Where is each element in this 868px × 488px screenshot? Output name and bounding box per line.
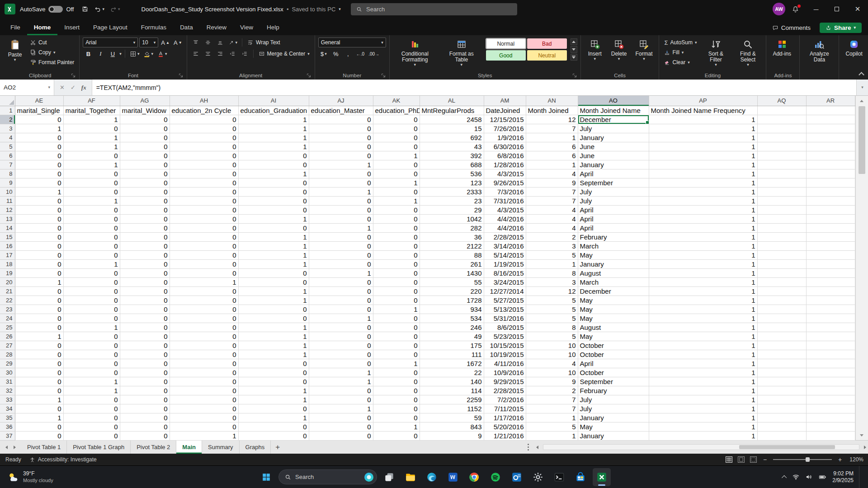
cell-AG16[interactable]: 0 [120, 241, 170, 250]
cell-AP8[interactable]: 1 [649, 169, 757, 178]
cell-AR28[interactable] [806, 350, 855, 359]
cell-AF21[interactable]: 0 [63, 286, 120, 296]
cell-AG18[interactable]: 0 [120, 259, 170, 268]
cell-AN7[interactable]: 1 [526, 160, 578, 169]
row-header-12[interactable]: 12 [0, 205, 15, 214]
cell-AO17[interactable]: May [578, 250, 649, 259]
font-size-combo[interactable]: 10▾ [139, 38, 158, 47]
cell-AN28[interactable]: 10 [526, 350, 578, 359]
cell-AL37[interactable]: 9 [420, 431, 484, 440]
cell-AR20[interactable] [806, 277, 855, 286]
cell-AM17[interactable]: 5/14/2015 [484, 250, 526, 259]
cell-AM8[interactable]: 4/3/2015 [484, 169, 526, 178]
cell-AP17[interactable]: 1 [649, 250, 757, 259]
cell-AQ36[interactable] [757, 422, 806, 431]
cell-AI26[interactable]: 1 [238, 332, 309, 341]
cell-AJ1[interactable]: education_Master [309, 106, 373, 115]
cell-AE34[interactable]: 0 [15, 404, 63, 413]
cell-AK23[interactable]: 1 [373, 305, 420, 314]
cell-AJ7[interactable]: 1 [309, 160, 373, 169]
cell-AO13[interactable]: April [578, 214, 649, 223]
cell-AH8[interactable]: 0 [170, 169, 238, 178]
normal-view-button[interactable] [726, 456, 732, 463]
cell-AK4[interactable]: 0 [373, 133, 420, 142]
clear-button[interactable]: Clear▾ [662, 57, 698, 67]
cell-AQ31[interactable] [757, 377, 806, 386]
cell-AN37[interactable]: 1 [526, 431, 578, 440]
cell-AQ22[interactable] [757, 296, 806, 305]
cell-AJ11[interactable]: 0 [309, 196, 373, 205]
cell-AK34[interactable]: 0 [373, 404, 420, 413]
undo-button[interactable]: ▾ [92, 4, 107, 14]
cell-AG34[interactable]: 0 [120, 404, 170, 413]
style-neutral[interactable]: Neutral [527, 50, 567, 61]
cell-AE32[interactable]: 0 [15, 386, 63, 395]
cell-AI1[interactable]: education_Graduation [238, 106, 309, 115]
cell-AP32[interactable]: 1 [649, 386, 757, 395]
copy-button[interactable]: Copy▾ [28, 47, 76, 57]
cell-AM13[interactable]: 4/4/2016 [484, 214, 526, 223]
cell-AN20[interactable]: 3 [526, 277, 578, 286]
cell-AK19[interactable]: 0 [373, 268, 420, 277]
cell-AR5[interactable] [806, 142, 855, 151]
cell-AH18[interactable]: 0 [170, 259, 238, 268]
cell-AQ20[interactable] [757, 277, 806, 286]
horizontal-scrollbar[interactable] [543, 444, 859, 450]
cell-AR24[interactable] [806, 314, 855, 323]
cell-AL1[interactable]: MntRegularProds [420, 106, 484, 115]
cell-AE26[interactable]: 1 [15, 332, 63, 341]
cell-AG28[interactable]: 0 [120, 350, 170, 359]
cell-AG10[interactable]: 0 [120, 187, 170, 196]
cell-AG21[interactable]: 0 [120, 286, 170, 296]
volume-icon[interactable] [805, 473, 813, 481]
tab-data[interactable]: Data [173, 20, 200, 35]
cell-AL34[interactable]: 1152 [420, 404, 484, 413]
cell-AN8[interactable]: 4 [526, 169, 578, 178]
tab-page-layout[interactable]: Page Layout [86, 20, 134, 35]
fill-color-button[interactable]: ▾ [142, 49, 155, 59]
cell-AQ28[interactable] [757, 350, 806, 359]
cell-AN22[interactable]: 5 [526, 296, 578, 305]
cell-AF16[interactable]: 0 [63, 241, 120, 250]
cell-AE23[interactable]: 0 [15, 305, 63, 314]
cell-AR12[interactable] [806, 205, 855, 214]
cell-AP26[interactable]: 1 [649, 332, 757, 341]
cell-AI19[interactable]: 0 [238, 268, 309, 277]
cell-AM35[interactable]: 1/17/2016 [484, 413, 526, 422]
cell-AL32[interactable]: 114 [420, 386, 484, 395]
task-view-icon[interactable] [380, 468, 398, 486]
cell-AE31[interactable]: 0 [15, 377, 63, 386]
scroll-up-icon[interactable] [860, 97, 863, 104]
row-header-1[interactable]: 1 [0, 106, 15, 115]
cell-AH31[interactable]: 0 [170, 377, 238, 386]
cell-AI11[interactable]: 0 [238, 196, 309, 205]
cell-AF7[interactable]: 1 [63, 160, 120, 169]
cell-AH35[interactable]: 0 [170, 413, 238, 422]
cell-AN24[interactable]: 5 [526, 314, 578, 323]
cell-AO12[interactable]: April [578, 205, 649, 214]
cell-AP28[interactable]: 1 [649, 350, 757, 359]
cell-AK6[interactable]: 1 [373, 151, 420, 160]
cell-AL36[interactable]: 843 [420, 422, 484, 431]
cell-AL23[interactable]: 934 [420, 305, 484, 314]
cell-AR34[interactable] [806, 404, 855, 413]
cell-AO20[interactable]: March [578, 277, 649, 286]
cell-AG3[interactable]: 0 [120, 124, 170, 133]
cell-AN36[interactable]: 5 [526, 422, 578, 431]
row-header-3[interactable]: 3 [0, 124, 15, 133]
cell-AQ37[interactable] [757, 431, 806, 440]
zoom-level[interactable]: 120% [848, 456, 863, 463]
cell-AL3[interactable]: 15 [420, 124, 484, 133]
cell-AR11[interactable] [806, 196, 855, 205]
cell-AO9[interactable]: September [578, 178, 649, 187]
cell-AH3[interactable]: 0 [170, 124, 238, 133]
sheet-tab-pivot-table-1[interactable]: Pivot Table 1 [21, 441, 67, 454]
row-header-20[interactable]: 20 [0, 277, 15, 286]
cell-AM27[interactable]: 10/15/2015 [484, 341, 526, 350]
cell-AN4[interactable]: 1 [526, 133, 578, 142]
redo-button[interactable]: ▾ [108, 4, 123, 14]
cell-AN21[interactable]: 12 [526, 286, 578, 296]
cell-AJ24[interactable]: 1 [309, 314, 373, 323]
cell-AR22[interactable] [806, 296, 855, 305]
cell-AK29[interactable]: 1 [373, 359, 420, 368]
